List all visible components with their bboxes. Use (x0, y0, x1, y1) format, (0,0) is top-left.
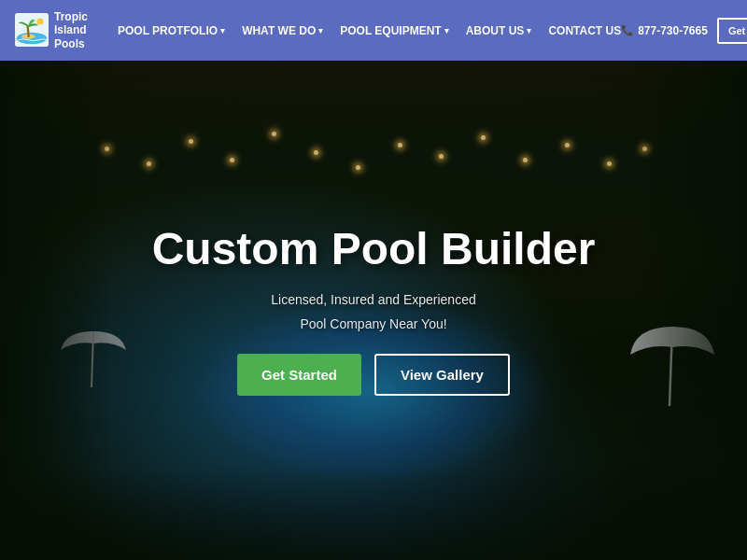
get-started-button[interactable]: Get Started (237, 354, 361, 396)
nav-pool-equipment[interactable]: POOL EQUIPMENT ▾ (340, 24, 448, 37)
hero-subtitle-line2: Pool Company Near You! (152, 314, 596, 334)
logo[interactable]: Tropic Island Pools (15, 10, 118, 50)
hero-title: Custom Pool Builder (152, 225, 596, 274)
get-estimate-button[interactable]: Get Free Estimate (717, 18, 747, 44)
phone-number[interactable]: 📞 877-730-7665 (621, 24, 708, 37)
chevron-down-icon: ▾ (318, 26, 323, 35)
header-right: 📞 877-730-7665 Get Free Estimate (621, 18, 747, 44)
hero-section: Custom Pool Builder Licensed, Insured an… (0, 61, 747, 560)
hero-subtitle-line1: Licensed, Insured and Experienced (152, 289, 596, 310)
nav-about-us[interactable]: ABOUT US ▾ (466, 24, 532, 37)
nav-contact-us[interactable]: CONTACT US (548, 24, 621, 37)
chevron-down-icon: ▾ (444, 26, 449, 35)
chevron-down-icon: ▾ (527, 26, 531, 35)
svg-point-4 (36, 19, 43, 25)
header: Tropic Island Pools POOL PROTFOLIO ▾ WHA… (0, 0, 747, 61)
nav-pool-portfolio[interactable]: POOL PROTFOLIO ▾ (118, 24, 225, 37)
nav-what-we-do[interactable]: WHAT WE DO ▾ (242, 24, 323, 37)
hero-content: Custom Pool Builder Licensed, Insured an… (134, 225, 614, 396)
phone-icon: 📞 (621, 24, 634, 36)
view-gallery-button[interactable]: View Gallery (374, 354, 510, 396)
chevron-down-icon: ▾ (220, 26, 225, 35)
main-nav: POOL PROTFOLIO ▾ WHAT WE DO ▾ POOL EQUIP… (118, 24, 621, 37)
logo-text: Tropic Island Pools (54, 10, 118, 50)
hero-buttons: Get Started View Gallery (152, 354, 596, 396)
